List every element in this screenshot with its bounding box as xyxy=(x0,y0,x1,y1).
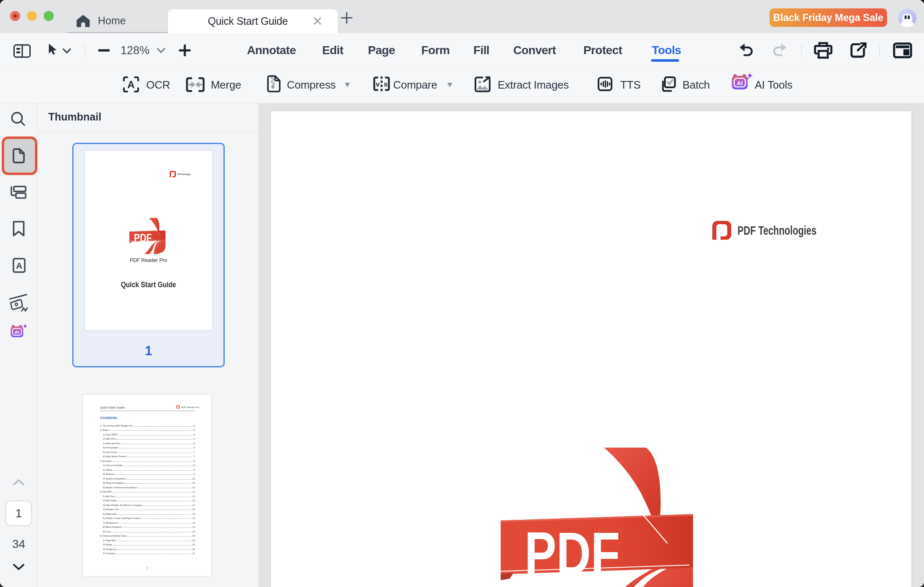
svg-text:A: A xyxy=(127,79,134,90)
svg-text:AI: AI xyxy=(737,80,743,86)
svg-text:s: s xyxy=(383,80,388,88)
svg-text:v: v xyxy=(375,80,380,88)
svg-text:PDF Technologies: PDF Technologies xyxy=(178,173,191,176)
svg-text:AI: AI xyxy=(15,329,20,335)
svg-text:PDF Technologies: PDF Technologies xyxy=(738,224,816,237)
svg-text:A: A xyxy=(16,261,22,270)
